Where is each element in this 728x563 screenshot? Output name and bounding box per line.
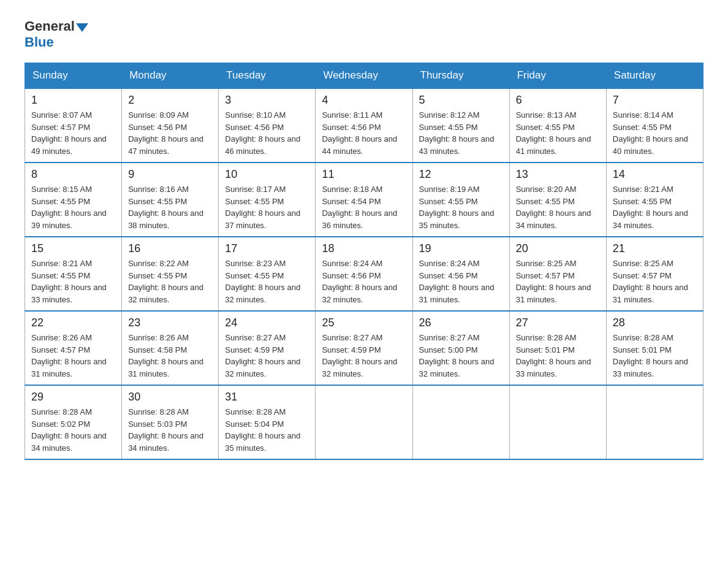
day-number: 13 xyxy=(516,168,600,181)
calendar-cell: 30 Sunrise: 8:28 AM Sunset: 5:03 PM Dayl… xyxy=(122,385,219,459)
calendar-cell: 28 Sunrise: 8:28 AM Sunset: 5:01 PM Dayl… xyxy=(606,311,703,385)
day-info: Sunrise: 8:15 AM Sunset: 4:55 PM Dayligh… xyxy=(31,183,115,231)
day-info: Sunrise: 8:10 AM Sunset: 4:56 PM Dayligh… xyxy=(225,109,309,157)
day-number: 10 xyxy=(225,168,309,181)
calendar-cell: 4 Sunrise: 8:11 AM Sunset: 4:56 PM Dayli… xyxy=(316,88,412,163)
day-info: Sunrise: 8:21 AM Sunset: 4:55 PM Dayligh… xyxy=(31,258,115,305)
day-info: Sunrise: 8:25 AM Sunset: 4:57 PM Dayligh… xyxy=(516,258,600,305)
weekday-header-saturday: Saturday xyxy=(606,63,703,89)
day-info: Sunrise: 8:18 AM Sunset: 4:54 PM Dayligh… xyxy=(322,183,406,231)
calendar-cell: 20 Sunrise: 8:25 AM Sunset: 4:57 PM Dayl… xyxy=(509,237,606,311)
calendar-cell: 11 Sunrise: 8:18 AM Sunset: 4:54 PM Dayl… xyxy=(316,163,412,237)
day-info: Sunrise: 8:07 AM Sunset: 4:57 PM Dayligh… xyxy=(31,109,115,157)
day-number: 23 xyxy=(128,316,212,329)
day-number: 14 xyxy=(613,168,697,181)
calendar-cell: 27 Sunrise: 8:28 AM Sunset: 5:01 PM Dayl… xyxy=(509,311,606,385)
day-number: 7 xyxy=(613,94,697,107)
page-header: General Blue xyxy=(25,18,703,50)
day-info: Sunrise: 8:22 AM Sunset: 4:55 PM Dayligh… xyxy=(128,258,212,305)
day-info: Sunrise: 8:25 AM Sunset: 4:57 PM Dayligh… xyxy=(613,258,697,305)
calendar-week-row: 22 Sunrise: 8:26 AM Sunset: 4:57 PM Dayl… xyxy=(25,311,703,385)
calendar-week-row: 8 Sunrise: 8:15 AM Sunset: 4:55 PM Dayli… xyxy=(25,163,703,237)
weekday-header-sunday: Sunday xyxy=(25,63,122,89)
day-info: Sunrise: 8:26 AM Sunset: 4:57 PM Dayligh… xyxy=(31,332,115,380)
day-number: 20 xyxy=(516,242,600,255)
calendar-cell: 23 Sunrise: 8:26 AM Sunset: 4:58 PM Dayl… xyxy=(122,311,219,385)
day-info: Sunrise: 8:20 AM Sunset: 4:55 PM Dayligh… xyxy=(516,183,600,231)
calendar-cell: 9 Sunrise: 8:16 AM Sunset: 4:55 PM Dayli… xyxy=(122,163,219,237)
day-number: 16 xyxy=(128,242,212,255)
day-info: Sunrise: 8:26 AM Sunset: 4:58 PM Dayligh… xyxy=(128,332,212,380)
day-info: Sunrise: 8:12 AM Sunset: 4:55 PM Dayligh… xyxy=(419,109,503,157)
day-info: Sunrise: 8:11 AM Sunset: 4:56 PM Dayligh… xyxy=(322,109,406,157)
weekday-header-friday: Friday xyxy=(509,63,606,89)
calendar-cell: 6 Sunrise: 8:13 AM Sunset: 4:55 PM Dayli… xyxy=(509,88,606,163)
logo-triangle-icon xyxy=(76,23,88,32)
day-number: 28 xyxy=(613,316,697,329)
calendar-cell: 24 Sunrise: 8:27 AM Sunset: 4:59 PM Dayl… xyxy=(219,311,316,385)
calendar-cell: 25 Sunrise: 8:27 AM Sunset: 4:59 PM Dayl… xyxy=(316,311,412,385)
day-info: Sunrise: 8:27 AM Sunset: 5:00 PM Dayligh… xyxy=(419,332,503,380)
day-info: Sunrise: 8:17 AM Sunset: 4:55 PM Dayligh… xyxy=(225,183,309,231)
calendar-cell: 21 Sunrise: 8:25 AM Sunset: 4:57 PM Dayl… xyxy=(606,237,703,311)
calendar-cell: 18 Sunrise: 8:24 AM Sunset: 4:56 PM Dayl… xyxy=(316,237,412,311)
day-info: Sunrise: 8:28 AM Sunset: 5:01 PM Dayligh… xyxy=(613,332,697,380)
day-number: 19 xyxy=(419,242,503,255)
calendar-cell: 8 Sunrise: 8:15 AM Sunset: 4:55 PM Dayli… xyxy=(25,163,122,237)
day-info: Sunrise: 8:09 AM Sunset: 4:56 PM Dayligh… xyxy=(128,109,212,157)
calendar-cell: 2 Sunrise: 8:09 AM Sunset: 4:56 PM Dayli… xyxy=(122,88,219,163)
weekday-header-row: SundayMondayTuesdayWednesdayThursdayFrid… xyxy=(25,63,703,89)
weekday-header-wednesday: Wednesday xyxy=(316,63,412,89)
day-info: Sunrise: 8:28 AM Sunset: 5:01 PM Dayligh… xyxy=(516,332,600,380)
calendar-cell: 17 Sunrise: 8:23 AM Sunset: 4:55 PM Dayl… xyxy=(219,237,316,311)
day-info: Sunrise: 8:13 AM Sunset: 4:55 PM Dayligh… xyxy=(516,109,600,157)
calendar-cell xyxy=(316,385,412,459)
day-number: 27 xyxy=(516,316,600,329)
calendar-week-row: 15 Sunrise: 8:21 AM Sunset: 4:55 PM Dayl… xyxy=(25,237,703,311)
calendar-cell xyxy=(412,385,509,459)
calendar-cell: 5 Sunrise: 8:12 AM Sunset: 4:55 PM Dayli… xyxy=(412,88,509,163)
day-info: Sunrise: 8:21 AM Sunset: 4:55 PM Dayligh… xyxy=(613,183,697,231)
calendar-cell: 19 Sunrise: 8:24 AM Sunset: 4:56 PM Dayl… xyxy=(412,237,509,311)
calendar-cell: 22 Sunrise: 8:26 AM Sunset: 4:57 PM Dayl… xyxy=(25,311,122,385)
day-info: Sunrise: 8:24 AM Sunset: 4:56 PM Dayligh… xyxy=(419,258,503,305)
calendar-cell: 15 Sunrise: 8:21 AM Sunset: 4:55 PM Dayl… xyxy=(25,237,122,311)
weekday-header-thursday: Thursday xyxy=(412,63,509,89)
calendar-cell xyxy=(509,385,606,459)
calendar-cell: 31 Sunrise: 8:28 AM Sunset: 5:04 PM Dayl… xyxy=(219,385,316,459)
logo: General Blue xyxy=(25,18,89,50)
day-info: Sunrise: 8:27 AM Sunset: 4:59 PM Dayligh… xyxy=(225,332,309,380)
calendar-table: SundayMondayTuesdayWednesdayThursdayFrid… xyxy=(25,63,703,460)
calendar-cell: 1 Sunrise: 8:07 AM Sunset: 4:57 PM Dayli… xyxy=(25,88,122,163)
day-info: Sunrise: 8:19 AM Sunset: 4:55 PM Dayligh… xyxy=(419,183,503,231)
day-info: Sunrise: 8:28 AM Sunset: 5:03 PM Dayligh… xyxy=(128,406,212,454)
calendar-week-row: 1 Sunrise: 8:07 AM Sunset: 4:57 PM Dayli… xyxy=(25,88,703,163)
day-number: 2 xyxy=(128,94,212,107)
day-number: 12 xyxy=(419,168,503,181)
calendar-cell: 13 Sunrise: 8:20 AM Sunset: 4:55 PM Dayl… xyxy=(509,163,606,237)
day-number: 31 xyxy=(225,391,309,404)
day-info: Sunrise: 8:28 AM Sunset: 5:04 PM Dayligh… xyxy=(225,406,309,454)
day-number: 6 xyxy=(516,94,600,107)
day-info: Sunrise: 8:14 AM Sunset: 4:55 PM Dayligh… xyxy=(613,109,697,157)
calendar-week-row: 29 Sunrise: 8:28 AM Sunset: 5:02 PM Dayl… xyxy=(25,385,703,459)
day-number: 22 xyxy=(31,316,115,329)
calendar-cell: 12 Sunrise: 8:19 AM Sunset: 4:55 PM Dayl… xyxy=(412,163,509,237)
day-number: 1 xyxy=(31,94,115,107)
day-number: 18 xyxy=(322,242,406,255)
calendar-cell: 29 Sunrise: 8:28 AM Sunset: 5:02 PM Dayl… xyxy=(25,385,122,459)
day-number: 24 xyxy=(225,316,309,329)
calendar-cell: 16 Sunrise: 8:22 AM Sunset: 4:55 PM Dayl… xyxy=(122,237,219,311)
day-number: 5 xyxy=(419,94,503,107)
day-number: 17 xyxy=(225,242,309,255)
calendar-cell: 10 Sunrise: 8:17 AM Sunset: 4:55 PM Dayl… xyxy=(219,163,316,237)
weekday-header-monday: Monday xyxy=(122,63,219,89)
day-number: 25 xyxy=(322,316,406,329)
weekday-header-tuesday: Tuesday xyxy=(219,63,316,89)
day-number: 26 xyxy=(419,316,503,329)
calendar-cell xyxy=(606,385,703,459)
day-number: 4 xyxy=(322,94,406,107)
day-number: 9 xyxy=(128,168,212,181)
day-number: 15 xyxy=(31,242,115,255)
calendar-cell: 26 Sunrise: 8:27 AM Sunset: 5:00 PM Dayl… xyxy=(412,311,509,385)
